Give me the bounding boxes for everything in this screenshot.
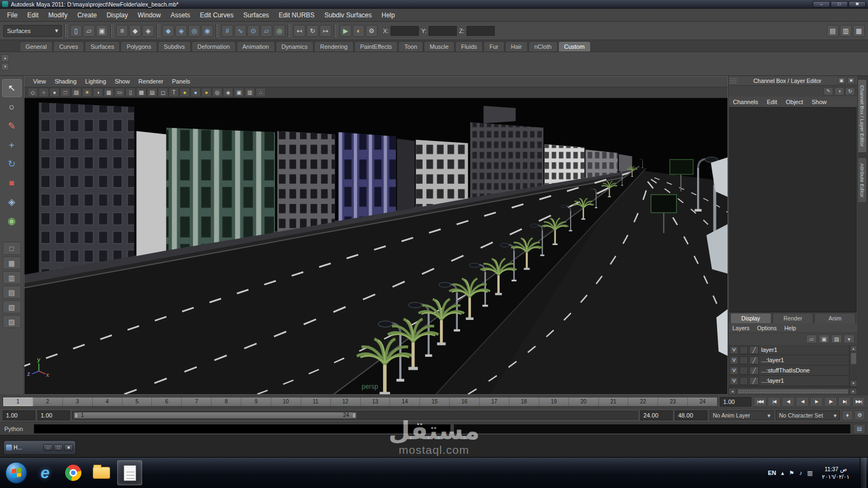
layer-editor-menu-item[interactable]: Help (781, 325, 800, 331)
action-center-icon[interactable]: ⚑ (789, 470, 794, 477)
shelf-tab[interactable]: Animation (237, 41, 275, 52)
shelf-menu-button[interactable]: ▾ (1, 63, 9, 70)
show-desktop-button[interactable] (860, 458, 866, 488)
scroll-up-icon[interactable]: ▴ (850, 345, 857, 352)
channel-box-menu-item[interactable]: Object (781, 99, 807, 105)
layer-playback-toggle[interactable] (739, 356, 748, 364)
frame-tick[interactable]: 22 (628, 397, 658, 406)
channel-box-menu-item[interactable]: Show (807, 99, 831, 105)
new-layer-icon[interactable]: ▣ (819, 335, 829, 343)
select-object-icon[interactable]: ◆ (129, 25, 141, 37)
layer-visibility-toggle[interactable]: V (730, 356, 738, 364)
output-connections-icon[interactable]: ↦ (320, 25, 331, 37)
viewport-menu-item[interactable]: View (29, 76, 50, 87)
viewport-menu-item[interactable]: Show (111, 76, 135, 87)
lights-icon[interactable]: ☀ (82, 88, 92, 97)
panel-drag-handle[interactable] (730, 78, 737, 84)
minimize-window-button[interactable]: – (43, 444, 53, 451)
camera-settings-icon[interactable]: ▣ (234, 88, 244, 97)
range-track[interactable]: 1 24 (72, 411, 638, 420)
menu-item[interactable]: Edit NURBS (274, 9, 320, 22)
step-back-key-button[interactable]: ◀| (782, 397, 795, 407)
layer-list-scrollbar[interactable]: ▴ ▾ (849, 345, 857, 387)
selection-mask-dropdown[interactable]: Surfaces ▾ (3, 25, 62, 37)
menu-item[interactable]: Assets (165, 9, 195, 22)
shelf-tab[interactable]: Curves (53, 41, 84, 52)
minimized-help-window[interactable]: H... –□✖ (3, 440, 76, 455)
frame-tick[interactable]: 11 (301, 397, 330, 406)
layer-options-icon[interactable]: ▾ (844, 335, 854, 343)
frame-tick[interactable]: 4 (92, 397, 122, 406)
frame-tick[interactable]: 19 (539, 397, 569, 406)
volume-icon[interactable]: ♪ (799, 470, 802, 477)
taskbar-explorer-button[interactable] (89, 460, 114, 485)
frame-tick[interactable]: 10 (271, 397, 301, 406)
film-gate-icon[interactable]: ▭ (114, 88, 125, 97)
frame-tick[interactable]: 18 (509, 397, 539, 406)
channel-box-menu-item[interactable]: Channels (729, 99, 762, 105)
tab-channel-box-layer-editor[interactable]: Channel Box / Layer Editor (858, 79, 867, 153)
hypershade-layout[interactable]: ▧ (3, 300, 21, 313)
viewport-menu-item[interactable]: Panels (168, 76, 195, 87)
frame-tick[interactable]: 3 (62, 397, 92, 406)
shelf-tab[interactable]: Toon (398, 41, 423, 52)
persp-uv-layout[interactable]: ▨ (3, 315, 21, 328)
layer-editor-tab[interactable]: Anim (814, 313, 856, 323)
layer-visibility-toggle[interactable]: V (730, 377, 738, 385)
channel-box-content[interactable] (729, 107, 857, 312)
input-connections-icon[interactable]: ↤ (293, 25, 305, 37)
frame-tick[interactable]: 8 (211, 397, 241, 406)
shelf-tab[interactable]: Hair (505, 41, 528, 52)
menu-item[interactable]: Edit (22, 9, 43, 22)
frame-tick[interactable]: 16 (449, 397, 479, 406)
step-forward-frame-button[interactable]: ▶| (838, 397, 851, 407)
shadows-icon[interactable]: ◑ (93, 88, 103, 97)
command-language-label[interactable]: Python (3, 426, 31, 432)
channel-box-menu-item[interactable]: Edit (762, 99, 781, 105)
viewport-menu-item[interactable]: Shading (50, 76, 81, 87)
single-pane-layout[interactable]: □ (3, 242, 21, 255)
viewport-menu-item[interactable]: Renderer (134, 76, 168, 87)
mask-curves-icon[interactable]: ◎ (188, 25, 200, 37)
shelf-tab[interactable]: Fur (483, 41, 505, 52)
layer-from-selected-icon[interactable]: ▨ (831, 335, 842, 343)
layer-type-icon[interactable]: ╱ (749, 367, 759, 375)
close-panel-button[interactable]: ✖ (847, 77, 855, 84)
menu-item[interactable]: Create (72, 9, 101, 22)
panel-share-icon[interactable]: ∴ (256, 88, 266, 97)
language-indicator[interactable]: EN (768, 470, 776, 476)
network-icon[interactable]: ▥ (807, 470, 813, 477)
animation-end-field[interactable]: 48.00 (675, 410, 707, 420)
float-panel-button[interactable]: ▣ (838, 77, 845, 84)
make-live-icon[interactable]: ◎ (273, 25, 285, 37)
snap-curve-icon[interactable]: ∿ (234, 25, 246, 37)
toggle-attribute-editor-icon[interactable]: ▤ (827, 25, 839, 37)
layer-editor-tab[interactable]: Display (730, 313, 771, 323)
channel-mode-icon[interactable]: ↻ (845, 87, 855, 95)
shelf-tab-toggle-button[interactable]: ▴ (1, 54, 9, 62)
viewport-3d-scene[interactable]: y x z persp (24, 98, 727, 394)
shelf-tab[interactable]: Deformation (192, 41, 236, 52)
render-settings-icon[interactable]: ⚙ (366, 25, 378, 37)
taskbar-clock[interactable]: 11:37 ص ٢٠١٦/٠٢/٠١ (818, 465, 854, 480)
layer-playback-toggle[interactable] (739, 377, 748, 385)
smooth-shade-icon[interactable]: ● (49, 88, 60, 97)
start-button[interactable] (5, 462, 27, 484)
mask-surfaces-icon[interactable]: ◉ (201, 25, 213, 37)
taskbar-chrome-button[interactable] (61, 460, 86, 485)
render-current-frame-icon[interactable]: ▶ (340, 25, 352, 37)
menu-item[interactable]: Window (133, 9, 166, 22)
frame-tick[interactable]: 13 (360, 397, 390, 406)
snap-plane-icon[interactable]: ▱ (260, 25, 272, 37)
frame-tick[interactable]: 6 (151, 397, 181, 406)
restore-window-button[interactable]: □ (54, 444, 63, 451)
group-separator[interactable] (215, 24, 219, 38)
safe-title-icon[interactable]: T (169, 88, 179, 97)
default-lighting-icon[interactable]: ● (180, 88, 190, 97)
open-scene-icon[interactable]: ▱ (83, 25, 95, 37)
rotate-tool[interactable]: ↻ (2, 155, 22, 173)
ipr-render-icon[interactable]: ◐ (353, 25, 365, 37)
layer-editor-menu-item[interactable]: Layers (729, 325, 754, 331)
menu-item[interactable]: Modify (43, 9, 72, 22)
scroll-right-icon[interactable]: ▸ (850, 388, 857, 395)
